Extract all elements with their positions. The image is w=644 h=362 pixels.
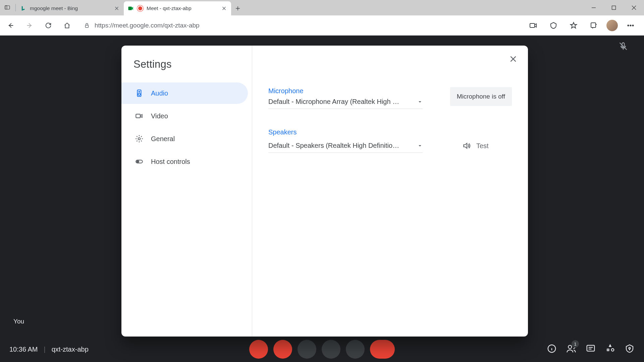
test-speakers-button[interactable]: Test: [462, 141, 489, 150]
svg-point-11: [568, 345, 572, 349]
svg-rect-2: [128, 7, 132, 10]
volume-icon: [462, 141, 471, 150]
svg-rect-0: [5, 6, 10, 9]
google-meet-icon: [128, 5, 134, 11]
more-button[interactable]: [623, 18, 638, 33]
tab-label: mgoogle meet - Bing: [30, 5, 110, 11]
chevron-down-icon: [417, 99, 423, 105]
mic-muted-icon: [619, 42, 628, 51]
lock-icon: [84, 22, 90, 28]
close-window-button[interactable]: [624, 0, 644, 15]
close-icon: [509, 55, 518, 63]
maximize-button[interactable]: [604, 0, 624, 15]
toolbar-right: [526, 18, 641, 33]
clock: 10:36 AM: [9, 346, 38, 353]
nav-audio[interactable]: Audio: [121, 82, 248, 104]
meet-right-controls: 1: [547, 344, 635, 355]
present-button[interactable]: [322, 340, 340, 359]
svg-point-16: [138, 93, 141, 96]
recording-icon: [137, 5, 143, 11]
meeting-info: 10:36 AM | qxt-ztax-abp: [9, 346, 89, 353]
speaker-icon: [135, 89, 144, 98]
svg-point-20: [137, 161, 139, 163]
svg-point-15: [139, 91, 140, 92]
dialog-title: Settings: [121, 58, 252, 81]
nav-label: Audio: [151, 89, 168, 97]
settings-content: Microphone Default - Microphone Array (R…: [252, 46, 528, 337]
nav-general[interactable]: General: [121, 128, 248, 149]
minimize-button[interactable]: [584, 0, 604, 15]
toggle-icon: [135, 157, 144, 166]
activities-button[interactable]: [605, 344, 615, 355]
window-controls: [584, 0, 644, 15]
svg-point-13: [629, 347, 631, 349]
svg-rect-5: [530, 23, 535, 27]
svg-rect-6: [591, 23, 596, 27]
mute-button[interactable]: [249, 340, 268, 359]
svg-rect-1: [5, 6, 7, 9]
collections-button[interactable]: [586, 18, 601, 33]
refresh-button[interactable]: [41, 18, 56, 33]
speakers-value: Default - Speakers (Realtek High Definit…: [268, 142, 399, 149]
nav-label: Video: [151, 112, 168, 120]
nav-host-controls[interactable]: Host controls: [121, 151, 248, 172]
svg-rect-4: [86, 25, 89, 27]
host-tools-button[interactable]: [625, 344, 635, 355]
videocam-icon: [135, 112, 144, 120]
meet-bottom-bar: 10:36 AM | qxt-ztax-abp 1: [0, 337, 644, 362]
url-text: https://meet.google.com/qxt-ztax-abp: [95, 22, 200, 29]
tracking-button[interactable]: [546, 18, 561, 33]
address-bar[interactable]: https://meet.google.com/qxt-ztax-abp: [78, 18, 522, 33]
tab-actions-button[interactable]: [0, 0, 15, 15]
close-dialog-button[interactable]: [506, 52, 521, 66]
options-button[interactable]: [346, 340, 365, 359]
speakers-label: Speakers: [268, 128, 512, 136]
favorites-button[interactable]: [566, 18, 581, 33]
tab-label: Meet - qxt-ztax-abp: [147, 5, 218, 11]
tab-meet[interactable]: Meet - qxt-ztax-abp: [124, 1, 231, 15]
speakers-select[interactable]: Default - Speakers (Realtek High Definit…: [268, 139, 423, 153]
people-button[interactable]: 1: [566, 344, 576, 355]
svg-rect-17: [136, 114, 140, 118]
gear-icon: [135, 134, 144, 143]
separator: |: [44, 346, 46, 353]
microphone-label: Microphone: [268, 87, 423, 95]
svg-point-18: [138, 138, 141, 140]
profile-avatar[interactable]: [606, 20, 618, 31]
test-label: Test: [476, 142, 489, 150]
camera-button[interactable]: [273, 340, 292, 359]
nav-label: General: [151, 135, 175, 143]
browser-titlebar: mgoogle meet - Bing Meet - qxt-ztax-abp: [0, 0, 644, 15]
svg-point-8: [630, 25, 631, 26]
svg-point-7: [628, 25, 629, 26]
tab-bing[interactable]: mgoogle meet - Bing: [16, 1, 124, 15]
new-tab-button[interactable]: [231, 1, 245, 15]
close-icon[interactable]: [114, 5, 120, 11]
settings-sidebar: Settings Audio Video General Host contro…: [121, 46, 252, 337]
chat-button[interactable]: [586, 344, 596, 355]
video-popup-button[interactable]: [526, 18, 541, 33]
svg-rect-3: [612, 6, 616, 10]
microphone-status: Microphone is off: [450, 87, 512, 106]
svg-rect-12: [587, 345, 595, 351]
browser-toolbar: https://meet.google.com/qxt-ztax-abp: [0, 15, 644, 36]
back-button[interactable]: [3, 18, 18, 33]
svg-point-9: [632, 25, 633, 26]
nav-label: Host controls: [151, 158, 190, 166]
meet-app: You 10:36 AM | qxt-ztax-abp 1: [0, 36, 644, 362]
home-button[interactable]: [60, 18, 74, 33]
info-button[interactable]: [547, 344, 557, 355]
captions-button[interactable]: [298, 340, 316, 359]
microphone-value: Default - Microphone Array (Realtek High…: [268, 98, 399, 106]
meeting-code: qxt-ztax-abp: [52, 346, 89, 353]
close-icon[interactable]: [221, 5, 227, 11]
settings-dialog: Settings Audio Video General Host contro…: [121, 46, 528, 337]
divider: [15, 4, 16, 11]
call-controls: [249, 340, 395, 359]
microphone-select[interactable]: Default - Microphone Array (Realtek High…: [268, 95, 423, 109]
people-count-badge: 1: [572, 340, 579, 348]
nav-video[interactable]: Video: [121, 105, 248, 127]
chevron-down-icon: [417, 143, 423, 148]
hangup-button[interactable]: [370, 340, 395, 359]
self-label: You: [13, 318, 24, 325]
